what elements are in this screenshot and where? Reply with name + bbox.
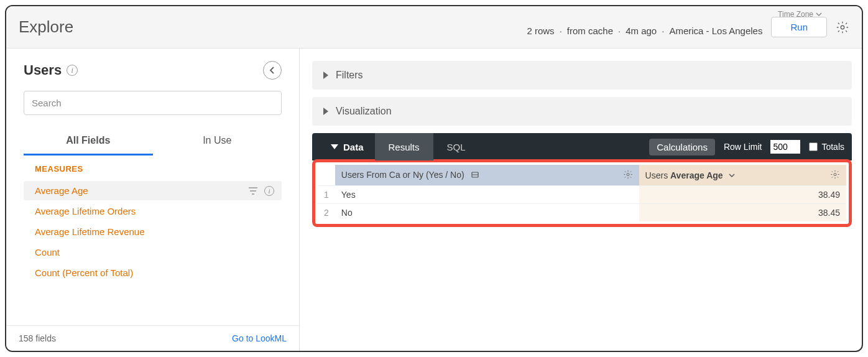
results-highlight: Users From Ca or Ny (Yes / No) Users Ave…	[312, 159, 852, 227]
info-icon[interactable]: i	[67, 65, 78, 76]
column-header-measure[interactable]: Users Average Age	[639, 165, 846, 186]
status-cache: from cache	[567, 26, 613, 36]
row-number: 2	[318, 204, 335, 222]
field-label: Average Age	[35, 185, 88, 196]
page-title: Explore	[19, 17, 73, 37]
meas-prefix: Users	[645, 170, 670, 180]
field-label: Average Lifetime Orders	[35, 206, 136, 216]
calculations-button[interactable]: Calculations	[649, 139, 715, 155]
explore-content: Filters Visualization Data Results SQL C…	[300, 49, 862, 351]
data-label: Data	[343, 142, 364, 152]
tab-results[interactable]: Results	[375, 133, 433, 160]
filters-section-toggle[interactable]: Filters	[312, 61, 852, 90]
measures-section-header: MEASURES	[35, 164, 282, 174]
meas-bold: Average Age	[670, 170, 723, 180]
field-average-lifetime-orders[interactable]: Average Lifetime Orders	[24, 202, 282, 221]
svg-point-2	[834, 173, 836, 175]
column-gear-icon[interactable]	[830, 169, 840, 181]
search-input[interactable]	[24, 91, 282, 115]
go-to-lookml-link[interactable]: Go to LookML	[232, 333, 287, 343]
row-limit-input[interactable]	[770, 140, 800, 154]
field-picker-sidebar: Users i All Fields In Use MEASURES Avera…	[6, 49, 300, 351]
cell-dimension[interactable]: Yes	[335, 186, 639, 204]
visualization-label: Visualization	[336, 106, 392, 117]
cell-measure[interactable]: 38.45	[639, 204, 846, 222]
cell-measure[interactable]: 38.49	[639, 186, 846, 204]
svg-point-0	[841, 26, 844, 29]
column-gear-icon[interactable]	[623, 169, 633, 181]
field-count[interactable]: Count	[24, 243, 282, 262]
status-rows: 2 rows	[527, 26, 554, 36]
field-label: Count	[35, 247, 60, 257]
field-count-percent-of-total[interactable]: Count (Percent of Total)	[24, 263, 282, 282]
totals-checkbox[interactable]	[809, 142, 818, 151]
field-average-age[interactable]: Average Age i	[24, 181, 282, 200]
table-row: 2 No 38.45	[318, 204, 846, 222]
triangle-right-icon	[323, 72, 328, 79]
field-label: Average Lifetime Revenue	[35, 226, 145, 237]
tab-sql[interactable]: SQL	[433, 133, 479, 160]
totals-label: Totals	[821, 142, 844, 152]
triangle-down-icon	[331, 144, 338, 149]
sort-desc-icon[interactable]	[729, 170, 735, 180]
status-tz: America - Los Angeles	[669, 26, 762, 36]
cell-dimension[interactable]: No	[335, 204, 639, 222]
filter-icon[interactable]	[248, 187, 258, 195]
explore-name: Users	[24, 62, 62, 78]
timezone-dropdown[interactable]: Time Zone	[778, 10, 822, 19]
filters-label: Filters	[336, 70, 363, 81]
totals-toggle[interactable]: Totals	[809, 142, 844, 152]
tab-in-use[interactable]: In Use	[153, 128, 282, 155]
tab-all-fields[interactable]: All Fields	[24, 128, 153, 155]
results-table: Users From Ca or Ny (Yes / No) Users Ave…	[318, 165, 846, 221]
data-section-bar: Data Results SQL Calculations Row Limit …	[312, 133, 852, 160]
gear-icon[interactable]	[836, 21, 849, 34]
collapse-sidebar-button[interactable]	[263, 61, 282, 80]
row-limit-label: Row Limit	[724, 142, 762, 152]
status-age: 4m ago	[626, 26, 657, 36]
row-number: 1	[318, 186, 335, 204]
chevron-down-icon	[816, 11, 822, 17]
pivot-icon[interactable]	[471, 170, 479, 180]
field-count: 158 fields	[19, 333, 56, 343]
visualization-section-toggle[interactable]: Visualization	[312, 97, 852, 126]
column-dim-label: Users From Ca or Ny (Yes / No)	[341, 170, 464, 180]
info-icon[interactable]: i	[264, 186, 274, 196]
triangle-right-icon	[323, 108, 328, 115]
timezone-label-text: Time Zone	[778, 10, 813, 19]
field-label: Count (Percent of Total)	[35, 267, 133, 278]
topbar: Explore Time Zone 2 rows · from cache · …	[6, 6, 862, 49]
svg-point-1	[627, 173, 629, 175]
query-status: 2 rows · from cache · 4m ago · America -…	[527, 26, 762, 36]
column-header-dimension[interactable]: Users From Ca or Ny (Yes / No)	[335, 165, 639, 186]
run-button[interactable]: Run	[771, 17, 827, 37]
field-average-lifetime-revenue[interactable]: Average Lifetime Revenue	[24, 222, 282, 241]
data-section-toggle[interactable]: Data	[320, 133, 375, 160]
rownum-header	[318, 165, 335, 186]
table-row: 1 Yes 38.49	[318, 186, 846, 204]
chevron-left-icon	[269, 67, 276, 74]
